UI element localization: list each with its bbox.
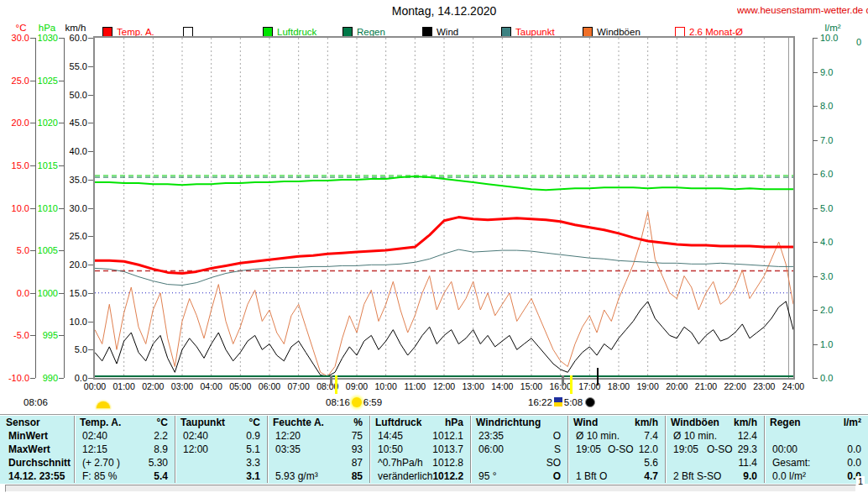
table-cell-value: 5.1: [246, 443, 267, 455]
axis-tick-label: 10.0: [58, 317, 87, 327]
table-group-sensor: SensorMinWertMaxWertDurchschnitt14.12. 2…: [0, 416, 74, 483]
table-row: [764, 429, 868, 443]
bottom-panel-edge: [5, 485, 856, 492]
table-header-row: Windkm/h: [567, 416, 665, 429]
axis-tick-label: 1005: [30, 245, 58, 255]
axis-tick: [88, 180, 93, 181]
table-cell-value: 0.9: [246, 430, 267, 442]
table-row: 02:400.9: [175, 429, 267, 443]
table-cell-label: 14.12. 23:55: [0, 470, 65, 482]
axis-tick-label: 1025: [30, 76, 58, 86]
table-row: 23:35O: [470, 429, 567, 443]
table-header-unit: hPa: [445, 417, 470, 428]
axis-tick: [88, 208, 93, 209]
sunset-icon: [554, 397, 562, 406]
axis-tick: [813, 72, 818, 73]
axis-tick: [88, 322, 93, 323]
axis-tick-label: 0.0: [2, 288, 29, 298]
table-row: 5.6: [567, 456, 665, 469]
table-cell-value: S: [554, 443, 567, 455]
axis-tick-label: 7.0: [820, 135, 849, 145]
axis-tick: [88, 38, 93, 39]
table-cell-label: 1 Bft O: [567, 470, 607, 482]
axis-tick-label: 15.0: [58, 288, 87, 298]
table-row: 5.93 g/m³85: [267, 469, 369, 483]
table-row: 00:000.0: [764, 443, 868, 456]
axis-tick-label: 15.0: [2, 160, 29, 170]
stats-table: SensorMinWertMaxWertDurchschnitt14.12. 2…: [0, 414, 868, 484]
axis-tick: [88, 293, 93, 294]
axis-tick-label: 1.0: [820, 339, 849, 349]
table-cell-value: 0.0: [847, 443, 868, 455]
axis-tick-label: 995: [30, 330, 58, 340]
table-cell-value: 3.1: [246, 470, 267, 482]
table-cell-value: 1012.8: [432, 457, 470, 469]
axis-tick: [88, 151, 93, 152]
daylength-label: 08:06: [24, 396, 48, 408]
axis-tick-label: 5.0: [2, 245, 29, 255]
table-cell-label: 23:35: [470, 430, 504, 442]
table-group-wind: Windkm/hØ 10 min.7.419:05O-SO12.05.61 Bf…: [567, 416, 665, 483]
table-cell-value: 29.3: [738, 443, 764, 455]
x-axis-label: 11:00: [400, 381, 430, 391]
x-axis-label: 04:00: [196, 381, 227, 391]
table-cell-label: 10:50: [369, 443, 403, 455]
x-axis-label: 23:00: [749, 381, 779, 391]
x-axis-label: 21:00: [691, 381, 721, 391]
axis-tick: [59, 165, 64, 166]
table-cell-value: 5.6: [644, 457, 665, 469]
table-header-row: LuftdruckhPa: [369, 416, 470, 429]
axis-tick-label: 20.0: [2, 118, 29, 128]
table-cell-value: 7.4: [644, 430, 665, 442]
table-header-row: Regenl/m²: [764, 416, 868, 429]
x-axis-label: 22:00: [720, 381, 750, 391]
axis-tick-label: 55.0: [58, 61, 87, 71]
axis-tick-label: 5.0: [58, 344, 87, 354]
table-row: Durchschnitt: [0, 456, 74, 469]
website-link[interactable]: www.heusenstamm-wetter.de de: [737, 5, 868, 15]
table-header-row: Feuchte A.%: [267, 416, 369, 429]
table-cell-label: 95 °: [470, 470, 496, 482]
axis-tick: [88, 349, 93, 350]
axis-tick-label: 1030: [30, 33, 58, 43]
sun-times-label: 08:16 6:59: [326, 396, 382, 408]
table-cell-label: F: 85 %: [74, 470, 117, 482]
table-row: SO: [470, 456, 567, 469]
table-cell-label: 00:00: [764, 443, 797, 455]
table-cell-label: 03:35: [267, 443, 301, 455]
table-header-label: Taupunkt: [175, 417, 225, 428]
axis-tick-label: 5.0: [820, 203, 849, 213]
table-row: F: 85 %5.4: [74, 469, 175, 483]
axis-tick-label: -10.0: [2, 373, 29, 383]
table-cell-label: 5.93 g/m³: [267, 470, 318, 482]
table-cell-value: 12.4: [738, 430, 764, 442]
x-axis-label: 19:00: [633, 381, 663, 391]
table-header-label: Regen: [764, 417, 801, 428]
table-row: 10:501013.7: [369, 443, 470, 456]
axis-tick: [813, 38, 818, 39]
table-row: 1 Bft O4.7: [567, 469, 665, 483]
table-row: Gesamt:0.0: [764, 456, 868, 469]
x-axis-label: 24:00: [778, 381, 808, 391]
table-row: 02:402.2: [74, 429, 175, 443]
table-cell-label: 02:40: [175, 430, 208, 442]
table-group-regen: Regenl/m²00:000.0Gesamt:0.00.0 l/m²0.0: [764, 416, 868, 483]
axis-extra-zero: 0: [856, 37, 861, 47]
table-row: 12:158.9: [74, 443, 175, 456]
table-cell-value: 5.4: [154, 470, 175, 482]
axis-tick: [813, 106, 818, 107]
table-cell-label: 19:05: [567, 443, 601, 455]
table-header-row: Sensor: [0, 416, 74, 429]
table-row: (+ 2.70 )5.30: [74, 456, 175, 469]
table-cell-label: 2 Bft S-SO: [665, 470, 721, 482]
axis-tick-label: 30.0: [58, 203, 87, 213]
axis-tick-label: 3.0: [820, 271, 849, 281]
table-row: 87: [267, 456, 369, 469]
table-row: MinWert: [0, 429, 74, 443]
axis-tick-label: 25.0: [2, 76, 29, 86]
table-cell-label: Ø 10 min.: [567, 430, 620, 442]
table-cell-label: MinWert: [0, 430, 48, 442]
axis-tick-label: 20.0: [58, 260, 87, 270]
sun-extra-time: 6:59: [363, 397, 382, 407]
table-header-label: Feuchte A.: [267, 417, 324, 428]
